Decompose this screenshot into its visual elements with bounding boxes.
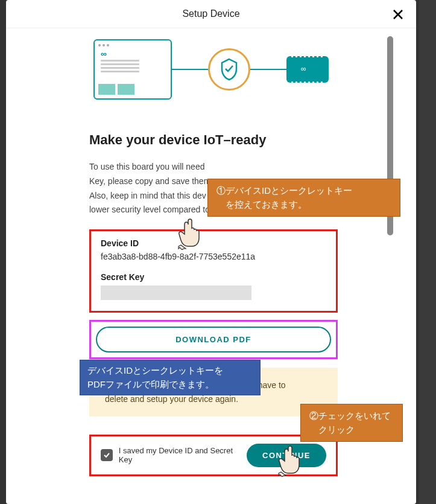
annotation-3: ②チェックをいれて クリック	[300, 404, 403, 442]
device-id-value: fe3ab3a8-bd88-4fb9-8a2f-7753e552e11a	[101, 252, 326, 261]
saved-checkbox-label: I saved my Device ID and Secret Key	[119, 446, 247, 464]
page-heading: Make your device IoT–ready	[89, 132, 338, 148]
board-icon: ∞	[286, 56, 329, 83]
hero-illustration: ∞ ∞	[6, 28, 416, 114]
continue-button[interactable]: CONTINUE	[247, 444, 326, 467]
download-pdf-button[interactable]: DOWNLOAD PDF	[96, 327, 331, 352]
device-id-label: Device ID	[101, 238, 326, 248]
modal-header: Setup Device	[6, 0, 416, 28]
annotation-2: デバイスIDとシークレットキーを PDFファイルで印刷できます。	[80, 360, 261, 395]
credentials-box: Device ID fe3ab3a8-bd88-4fb9-8a2f-7753e5…	[89, 229, 338, 313]
secret-key-label: Secret Key	[101, 272, 326, 282]
close-icon[interactable]	[391, 7, 405, 22]
secret-key-field[interactable]	[101, 285, 251, 300]
saved-checkbox[interactable]	[101, 449, 113, 461]
download-pdf-box: DOWNLOAD PDF	[89, 320, 338, 359]
annotation-1: ①デバイスIDとシークレットキー を控えておきます。	[207, 179, 400, 217]
browser-mock-icon: ∞	[93, 39, 172, 100]
modal-title: Setup Device	[182, 8, 239, 19]
shield-icon	[208, 48, 250, 91]
